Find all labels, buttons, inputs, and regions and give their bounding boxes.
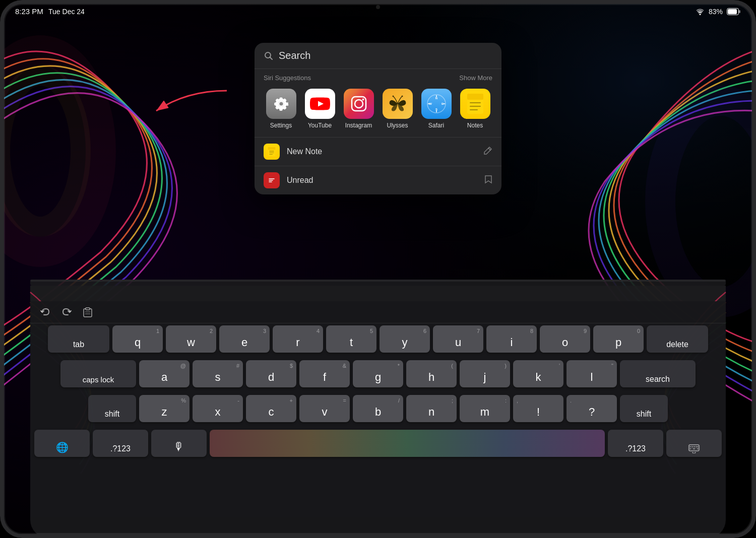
ulysses-app-icon (383, 89, 413, 119)
svg-rect-35 (268, 147, 276, 150)
svg-point-17 (392, 96, 394, 97)
svg-rect-42 (86, 308, 90, 310)
search-bar[interactable]: Search (255, 43, 501, 69)
f-key[interactable]: &f (299, 360, 350, 387)
spacebar-key[interactable] (210, 430, 605, 457)
app-item-notes[interactable]: Notes (457, 89, 493, 129)
w-key[interactable]: 2w (166, 325, 216, 353)
app-item-instagram[interactable]: Instagram (341, 89, 377, 129)
svg-rect-45 (689, 445, 699, 451)
instagram-app-label: Instagram (345, 122, 372, 129)
p-key[interactable]: 0p (593, 325, 644, 353)
dictation-key[interactable]: 🎙 (151, 430, 207, 457)
settings-app-icon (266, 89, 296, 119)
notes-small-icon (267, 147, 277, 157)
safari-logo-icon: N S W E (425, 93, 448, 115)
svg-text:S: S (435, 108, 437, 111)
safari-app-icon: N S W E (421, 89, 452, 119)
exclaim-key[interactable]: ,! (513, 395, 563, 422)
tab-key[interactable]: tab (48, 325, 109, 353)
new-note-icon (264, 144, 280, 160)
unread-label: Unread (287, 176, 477, 185)
svg-rect-11 (728, 9, 737, 14)
d-key[interactable]: $d (246, 360, 296, 387)
x-key[interactable]: -x (193, 395, 243, 422)
ulysses-logo-icon (388, 94, 408, 114)
undo-button[interactable] (37, 304, 53, 320)
search-input[interactable]: Search (279, 50, 492, 61)
youtube-app-icon (305, 89, 335, 119)
compose-icon (483, 146, 492, 158)
settings-app-label: Settings (270, 122, 292, 129)
redo-icon (61, 308, 72, 317)
keyboard-area: tab 1q 2w 3e 4r 5t 6y 7u 8i 9o 0p delete… (30, 301, 726, 538)
notes-app-icon (460, 89, 490, 119)
key-row-4: 🌐 .?123 🎙 .?123 (34, 430, 722, 457)
svg-text:E: E (441, 102, 443, 105)
siri-suggestions-header: Siri Suggestions Show More (255, 69, 501, 85)
suggestion-new-note[interactable]: New Note (255, 137, 501, 166)
app-item-safari[interactable]: N S W E Safari (418, 89, 455, 129)
m-key[interactable]: :m (460, 395, 510, 422)
keyboard-dismiss-key[interactable] (666, 430, 722, 457)
svg-point-8 (699, 14, 701, 15)
time-display: 8:23 PM (15, 7, 43, 16)
redo-button[interactable] (58, 304, 75, 320)
svg-point-15 (355, 100, 363, 108)
c-key[interactable]: +c (246, 395, 296, 422)
instagram-logo-icon (350, 95, 367, 112)
svg-rect-10 (739, 10, 740, 13)
svg-rect-30 (467, 94, 483, 100)
date-display: Tue Dec 24 (48, 8, 85, 16)
app-item-settings[interactable]: Settings (263, 89, 299, 129)
globe-key[interactable]: 🌐 (34, 430, 90, 457)
app-item-ulysses[interactable]: Ulysses (380, 89, 416, 129)
o-key[interactable]: 9o (540, 325, 590, 353)
q-key[interactable]: 1q (112, 325, 163, 353)
j-key[interactable]: )j (460, 360, 510, 387)
unread-icon (264, 172, 280, 188)
n-key[interactable]: ;n (406, 395, 457, 422)
bookmark-icon (484, 175, 492, 186)
g-key[interactable]: *g (353, 360, 403, 387)
r-key[interactable]: 4r (273, 325, 323, 353)
u-key[interactable]: 7u (433, 325, 483, 353)
i-key[interactable]: 8i (486, 325, 537, 353)
v-key[interactable]: =v (299, 395, 350, 422)
delete-key[interactable]: delete (647, 325, 708, 353)
shift-left-key[interactable]: shift (88, 395, 136, 422)
app-suggestions-row: Settings YouTube (255, 85, 501, 137)
capslock-key[interactable]: caps lock (60, 360, 136, 387)
k-key[interactable]: 'k (513, 360, 563, 387)
search-return-key[interactable]: search (620, 360, 696, 387)
app-item-youtube[interactable]: YouTube (302, 89, 338, 129)
camera-dot (376, 5, 380, 9)
question-key[interactable]: .? (566, 395, 617, 422)
youtube-logo-icon (309, 96, 331, 111)
z-key[interactable]: %z (139, 395, 190, 422)
svg-rect-6 (30, 280, 726, 282)
show-more-button[interactable]: Show More (459, 74, 492, 82)
numpad-left-key[interactable]: .?123 (93, 430, 148, 457)
a-key[interactable]: @a (139, 360, 190, 387)
key-row-3: shift %z -x +c =v /b ;n :m ,! .? shift (34, 395, 722, 422)
ipad-frame: 8:23 PM Tue Dec 24 83% (0, 0, 756, 538)
key-row-1: tab 1q 2w 3e 4r 5t 6y 7u 8i 9o 0p delete (34, 325, 722, 353)
new-note-label: New Note (287, 147, 476, 156)
l-key[interactable]: "l (566, 360, 617, 387)
instagram-app-icon (344, 89, 374, 119)
t-key[interactable]: 5t (326, 325, 376, 353)
s-key[interactable]: #s (193, 360, 243, 387)
battery-icon (727, 8, 741, 15)
safari-app-label: Safari (428, 122, 444, 129)
suggestion-unread[interactable]: Unread (255, 166, 501, 194)
clipboard-button[interactable] (80, 304, 96, 320)
battery-percent: 83% (709, 8, 723, 16)
e-key[interactable]: 3e (219, 325, 270, 353)
numpad-right-key[interactable]: .?123 (608, 430, 663, 457)
h-key[interactable]: (h (406, 360, 457, 387)
shift-right-key[interactable]: shift (620, 395, 668, 422)
b-key[interactable]: /b (353, 395, 403, 422)
keyboard-icon (688, 444, 700, 453)
y-key[interactable]: 6y (380, 325, 430, 353)
